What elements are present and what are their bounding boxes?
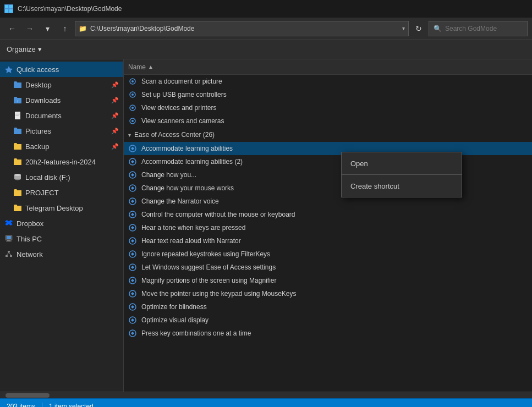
- horizontal-scrollbar[interactable]: [0, 392, 532, 398]
- list-item[interactable]: View scanners and cameras: [124, 114, 532, 128]
- sidebar-item-label: 20h2-features-in-2024: [25, 158, 119, 166]
- scrollbar-thumb[interactable]: [6, 393, 50, 398]
- sidebar-item-desktop[interactable]: Desktop 📌: [0, 77, 123, 92]
- sidebar-item-label: Telegram Desktop: [25, 204, 119, 212]
- organize-label: Organize: [7, 45, 36, 53]
- item-label: Accommodate learning abilities (2): [141, 158, 243, 166]
- address-bar-icon: 📁: [79, 25, 87, 32]
- svg-marker-4: [5, 66, 13, 73]
- access-icon: [128, 210, 137, 219]
- list-item[interactable]: Hear a tone when keys are pressed: [124, 221, 532, 234]
- list-item[interactable]: Move the pointer using the keypad using …: [124, 287, 532, 300]
- list-item[interactable]: Let Windows suggest Ease of Access setti…: [124, 261, 532, 274]
- svg-text:↓: ↓: [17, 99, 19, 103]
- up-button[interactable]: ↑: [57, 21, 73, 36]
- access-icon: [128, 250, 137, 258]
- svg-rect-20: [10, 255, 12, 257]
- access-icon: [128, 223, 137, 232]
- list-item[interactable]: Scan a document or picture: [124, 75, 532, 88]
- svg-rect-0: [5, 5, 8, 8]
- sidebar-item-label: Quick access: [17, 65, 119, 74]
- section-header-ease-of-access[interactable]: ▾ Ease of Access Center (26): [124, 128, 532, 142]
- organize-button[interactable]: Organize ▾: [7, 45, 42, 53]
- documents-folder-icon: [13, 111, 22, 120]
- svg-point-12: [14, 174, 21, 176]
- list-item[interactable]: Change the Narrator voice: [124, 195, 532, 208]
- item-label: View devices and printers: [141, 104, 217, 112]
- column-name[interactable]: Name ▲: [128, 63, 528, 71]
- sidebar-item-pictures[interactable]: Pictures 📌: [0, 123, 123, 139]
- access-icon: [128, 237, 137, 245]
- search-bar[interactable]: 🔍: [429, 21, 528, 36]
- sidebar-item-thispc[interactable]: This PC: [0, 231, 123, 246]
- sidebar-item-telegram[interactable]: Telegram Desktop: [0, 200, 123, 216]
- refresh-button[interactable]: ↻: [411, 21, 426, 36]
- sidebar-item-dropbox[interactable]: Dropbox: [0, 216, 123, 231]
- access-icon: [128, 289, 137, 298]
- pin-icon: 📌: [111, 128, 119, 135]
- list-item[interactable]: Magnify portions of the screen using Mag…: [124, 274, 532, 287]
- sidebar-item-20h2[interactable]: 20h2-features-in-2024: [0, 154, 123, 169]
- search-input[interactable]: [445, 25, 528, 32]
- status-divider: [42, 403, 42, 408]
- list-item[interactable]: Accommodate learning abilities: [124, 142, 532, 155]
- settings-icon: [128, 117, 137, 125]
- forward-button[interactable]: →: [22, 21, 37, 36]
- sidebar-item-backup[interactable]: Backup 📌: [0, 139, 123, 154]
- settings-icon: [128, 90, 137, 99]
- back-button[interactable]: ←: [4, 21, 20, 36]
- list-item[interactable]: Optimize visual display: [124, 314, 532, 327]
- section-collapse-icon: ▾: [128, 132, 131, 138]
- sidebar-item-downloads[interactable]: ↓ Downloads 📌: [0, 92, 123, 108]
- sidebar-item-label: Pictures: [25, 127, 108, 135]
- pin-icon: 📌: [111, 97, 119, 104]
- sidebar-item-localdisk[interactable]: Local disk (F:): [0, 169, 123, 185]
- column-header: Name ▲: [124, 59, 532, 75]
- svg-rect-9: [15, 115, 19, 116]
- list-item[interactable]: View devices and printers: [124, 101, 532, 114]
- list-item[interactable]: Ignore repeated keystrokes using FilterK…: [124, 248, 532, 261]
- dropbox-icon: [4, 219, 13, 228]
- list-item[interactable]: Hear text read aloud with Narrator: [124, 234, 532, 248]
- folder-20h2-icon: [13, 157, 22, 166]
- item-label: Change how you...: [141, 171, 196, 179]
- sidebar-item-label: Documents: [25, 112, 108, 120]
- sidebar-item-network[interactable]: Network: [0, 246, 123, 262]
- svg-point-30: [131, 120, 134, 122]
- address-bar[interactable]: 📁 C:\Users\mayan\Desktop\GodMode ▾: [75, 21, 409, 36]
- list-item[interactable]: Change how you...: [124, 168, 532, 182]
- sidebar-item-project[interactable]: PROJECT: [0, 185, 123, 200]
- sidebar-item-quick-access[interactable]: Quick access: [0, 62, 123, 77]
- access-icon: [128, 184, 137, 193]
- list-item[interactable]: Control the computer without the mouse o…: [124, 208, 532, 221]
- sidebar-item-label: Downloads: [25, 96, 108, 105]
- list-item[interactable]: Accommodate learning abilities (2): [124, 155, 532, 168]
- access-icon: [128, 316, 137, 324]
- organize-bar: Organize ▾: [0, 40, 532, 59]
- item-label: Move the pointer using the keypad using …: [141, 290, 297, 298]
- item-label: Optimize visual display: [141, 316, 209, 324]
- access-icon: [128, 144, 137, 153]
- sidebar-item-label: PROJECT: [25, 189, 119, 197]
- access-icon: [128, 157, 137, 166]
- list-item[interactable]: Press key combinations one at a time: [124, 327, 532, 340]
- desktop-folder-icon: [13, 80, 22, 89]
- list-item[interactable]: Set up USB game controllers: [124, 88, 532, 101]
- list-item[interactable]: Optimize for blindness: [124, 300, 532, 314]
- svg-point-24: [131, 80, 134, 82]
- context-menu-open-label: Open: [350, 160, 368, 168]
- search-icon: 🔍: [434, 25, 442, 32]
- svg-marker-13: [5, 220, 13, 226]
- pin-icon: 📌: [111, 112, 119, 119]
- context-menu-open[interactable]: Open: [342, 155, 462, 172]
- sidebar-item-documents[interactable]: Documents 📌: [0, 108, 123, 123]
- sidebar-item-label: Network: [17, 250, 119, 258]
- list-item[interactable]: Change how your mouse works: [124, 182, 532, 195]
- dropdown-button[interactable]: ▾: [40, 21, 55, 36]
- item-label: View scanners and cameras: [141, 117, 224, 125]
- address-bar-dropdown[interactable]: ▾: [402, 25, 405, 31]
- context-menu-create-shortcut[interactable]: Create shortcut: [342, 177, 462, 195]
- sidebar: Quick access Desktop 📌 ↓ Downloads 📌: [0, 59, 124, 392]
- item-label: Press key combinations one at a time: [141, 329, 251, 337]
- svg-rect-2: [5, 9, 8, 13]
